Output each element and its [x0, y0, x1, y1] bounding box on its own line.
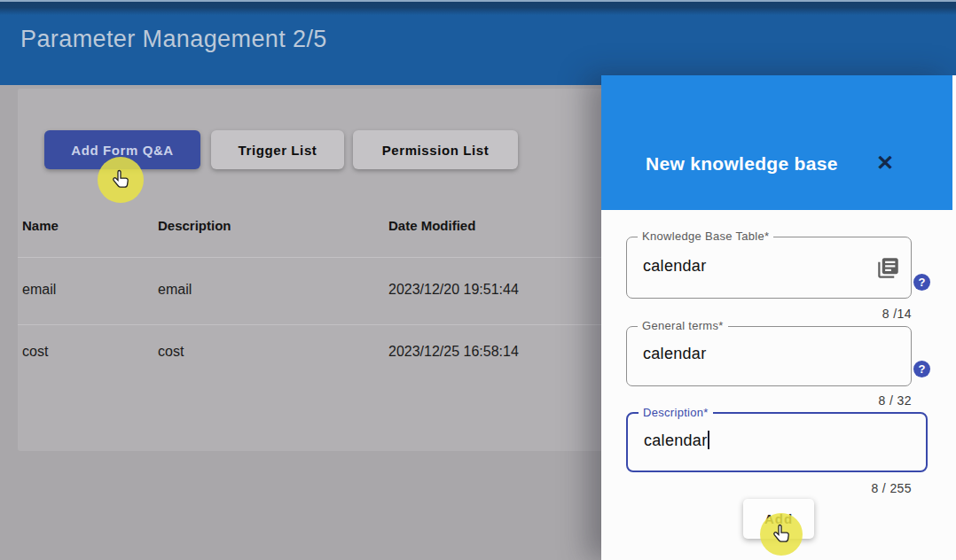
field-value: calendar: [644, 431, 709, 450]
help-icon[interactable]: ?: [913, 361, 930, 377]
knowledge-base-table-field[interactable]: Knowledge Base Table* calendar: [626, 237, 912, 299]
close-icon[interactable]: ✕: [873, 151, 897, 175]
field-label: General terms*: [638, 319, 728, 332]
text-caret: [708, 431, 709, 449]
hand-cursor-icon: [110, 167, 131, 195]
general-terms-field[interactable]: General terms* calendar: [626, 326, 912, 386]
column-header-date-modified: Date Modified: [388, 218, 475, 233]
page-title: Parameter Management 2/5: [20, 26, 327, 53]
field-value: calendar: [643, 345, 706, 363]
permission-list-button[interactable]: Permission List: [353, 130, 518, 169]
field-value: calendar: [643, 257, 706, 276]
cell-name: cost: [22, 344, 48, 360]
cell-name: email: [22, 282, 56, 298]
field-label: Knowledge Base Table*: [638, 229, 773, 243]
panel-title: New knowledge base: [646, 153, 838, 175]
cell-date-modified: 2023/12/25 16:58:14: [388, 344, 519, 360]
char-counter: 8 / 255: [626, 481, 912, 495]
app-header: Parameter Management 2/5: [0, 0, 956, 85]
trigger-list-button[interactable]: Trigger List: [211, 130, 344, 169]
field-label: Description*: [639, 406, 713, 419]
hand-cursor-icon: [771, 522, 792, 549]
description-field[interactable]: Description* calendar: [626, 412, 928, 472]
column-header-description: Description: [158, 218, 231, 233]
new-knowledge-base-panel: New knowledge base ✕ Knowledge Base Tabl…: [601, 75, 956, 560]
panel-header: New knowledge base ✕: [601, 75, 952, 210]
library-books-icon[interactable]: [876, 256, 900, 280]
cell-description: email: [158, 282, 192, 298]
column-header-name: Name: [22, 218, 59, 233]
field-value-text: calendar: [644, 432, 707, 449]
cell-description: cost: [158, 344, 184, 360]
help-icon[interactable]: ?: [913, 274, 930, 291]
cell-date-modified: 2023/12/20 19:51:44: [388, 282, 519, 298]
